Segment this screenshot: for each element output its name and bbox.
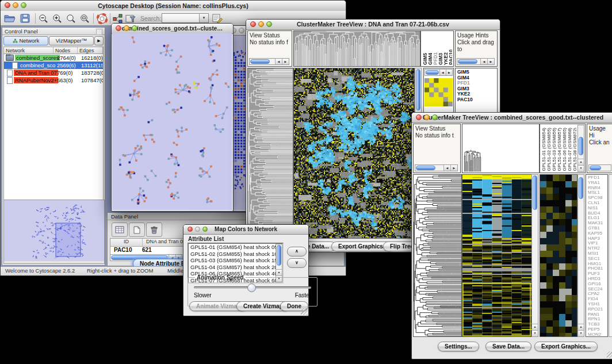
edge-vscrollbar[interactable] (609, 174, 612, 337)
scroll-up-icon[interactable] (578, 159, 584, 165)
move-up-button[interactable]: ∧ (287, 247, 307, 256)
network-list-item[interactable]: combined_sco 2569(6) 13112(15) (4, 62, 103, 69)
scroll-thumb[interactable] (590, 166, 601, 170)
attribute-item[interactable]: GPL51-01 (GSM854) heat shock 05 min (189, 244, 282, 251)
minimize-button[interactable] (124, 25, 129, 31)
settings-button[interactable]: Settings... (438, 342, 479, 351)
heatmap-canvas[interactable] (462, 174, 532, 337)
scroll-thumb[interactable] (533, 175, 537, 210)
labels-vscrollbar[interactable] (577, 125, 584, 172)
scroll-right-icon[interactable] (450, 165, 457, 171)
column-dendrogram-canvas[interactable] (293, 30, 420, 67)
close-button[interactable] (250, 21, 256, 27)
heatmap-canvas[interactable] (293, 68, 415, 239)
zoom-fit-icon[interactable] (66, 13, 76, 24)
scroll-right-icon[interactable] (282, 59, 289, 64)
maximize-button[interactable] (132, 25, 137, 31)
new-attribute-icon[interactable] (129, 223, 145, 237)
scroll-thumb[interactable] (250, 59, 270, 64)
scroll-thumb[interactable] (579, 177, 583, 199)
scroll-left-icon[interactable] (480, 59, 487, 64)
gene-label[interactable]: MON2 (588, 332, 607, 337)
usage-hints-hscrollbar[interactable] (588, 164, 611, 171)
annotation-icon[interactable] (212, 13, 223, 24)
gene-label[interactable]: PAC10 (457, 97, 497, 103)
search-input[interactable] (162, 13, 209, 23)
maximize-button[interactable] (202, 227, 208, 232)
search-dropdown-icon[interactable] (199, 14, 208, 22)
network-list-item[interactable]: combined_scores 2764(0) 16218(0) (4, 54, 103, 62)
scroll-right-icon[interactable] (487, 59, 494, 64)
save-data-button[interactable]: Save Data... (485, 342, 531, 351)
scroll-down-icon[interactable] (532, 330, 538, 336)
scroll-up-icon[interactable] (578, 324, 584, 330)
help-lifebuoy-icon[interactable] (97, 13, 108, 24)
filter-icon[interactable] (125, 13, 136, 24)
network-list-item[interactable]: RNAPuberNov2+ 563(0) 107847(0) (4, 76, 103, 84)
close-button[interactable] (5, 2, 10, 8)
attribute-item[interactable]: GPL51-03 (GSM856) heat shock 15 min (189, 257, 282, 264)
float-panel-icon[interactable] (96, 29, 102, 35)
heatmap-vscrollbar[interactable] (531, 174, 538, 337)
tab-network[interactable]: Network (3, 36, 48, 45)
zoom-out-icon[interactable] (39, 13, 48, 24)
attribute-item[interactable]: GPL51-02 (GSM855) heat shock 10 min (189, 251, 282, 258)
scroll-down-icon[interactable] (578, 330, 584, 336)
maximize-button[interactable] (432, 114, 438, 120)
zoom-vscrollbar[interactable] (577, 174, 584, 337)
resize-grip[interactable] (301, 308, 308, 315)
view-status-hscrollbar[interactable] (249, 58, 289, 65)
scroll-down-icon[interactable] (578, 165, 584, 171)
network-view-titlebar[interactable]: combined_scores_good.txt--cluste… (112, 24, 233, 34)
scroll-left-icon[interactable] (275, 59, 282, 64)
zoom-hscrollbar[interactable] (424, 69, 453, 76)
scroll-thumb[interactable] (416, 69, 420, 110)
network-canvas[interactable] (112, 33, 232, 210)
treeview2-titlebar[interactable]: ClusterMaker TreeView : combined_scores_… (412, 113, 612, 123)
export-graphics-button[interactable]: Export Graphics... (534, 342, 598, 351)
minimize-button[interactable] (13, 2, 18, 8)
close-button[interactable] (416, 114, 422, 120)
close-button[interactable] (116, 25, 121, 31)
save-icon[interactable] (20, 13, 30, 24)
scroll-left-icon[interactable] (443, 165, 450, 171)
network-list-item[interactable]: DNA and Tran 07 769(0) 183728(0) (4, 69, 103, 76)
zoomed-heatmap-canvas[interactable] (424, 78, 453, 106)
resize-grip[interactable] (607, 351, 612, 358)
tab-overflow-icon[interactable] (94, 36, 104, 45)
zoom-selected-icon[interactable] (80, 13, 90, 24)
scroll-thumb[interactable] (426, 70, 439, 75)
minimize-button[interactable] (258, 21, 264, 27)
network-overview-panel[interactable] (3, 200, 105, 264)
column-dendrogram-canvas[interactable] (462, 124, 540, 173)
minimize-button[interactable] (424, 114, 430, 120)
minimize-button[interactable] (195, 227, 200, 232)
scroll-thumb[interactable] (416, 166, 435, 170)
row-dendrogram-canvas[interactable] (247, 68, 293, 239)
move-down-button[interactable]: ∨ (287, 258, 307, 268)
close-button[interactable] (188, 227, 193, 232)
tab-vizmapper[interactable]: VizMapper™ (49, 36, 94, 45)
scroll-right-icon[interactable] (446, 70, 452, 75)
attribute-table-icon[interactable] (112, 223, 128, 237)
usage-hints-hscrollbar[interactable] (457, 58, 495, 65)
view-status-hscrollbar[interactable] (415, 164, 458, 171)
main-titlebar[interactable]: Cytoscape Desktop (Session Name: collins… (1, 1, 346, 12)
open-folder-icon[interactable] (4, 13, 16, 24)
delete-attribute-icon[interactable] (146, 223, 162, 237)
scroll-up-icon[interactable] (532, 324, 538, 330)
dialog-titlebar[interactable]: Map Colors to Network (183, 225, 308, 235)
vizmapper-icon[interactable] (113, 13, 123, 24)
maximize-button[interactable] (21, 2, 26, 8)
minimize-button[interactable] (239, 28, 244, 33)
scroll-thumb[interactable] (579, 137, 583, 155)
speed-slider-thumb[interactable] (247, 283, 256, 292)
zoom-in-icon[interactable] (52, 13, 62, 24)
attribute-item[interactable]: GPL51-04 (GSM857) heat shock 20 min (189, 264, 282, 271)
scroll-thumb[interactable] (277, 245, 281, 266)
zoomed-heatmap-canvas[interactable] (540, 174, 577, 337)
treeview1-titlebar[interactable]: ClusterMaker TreeView : DNA and Tran 07-… (246, 20, 500, 30)
scroll-left-icon[interactable] (439, 70, 446, 75)
scroll-thumb[interactable] (458, 59, 477, 64)
maximize-button[interactable] (266, 21, 272, 27)
